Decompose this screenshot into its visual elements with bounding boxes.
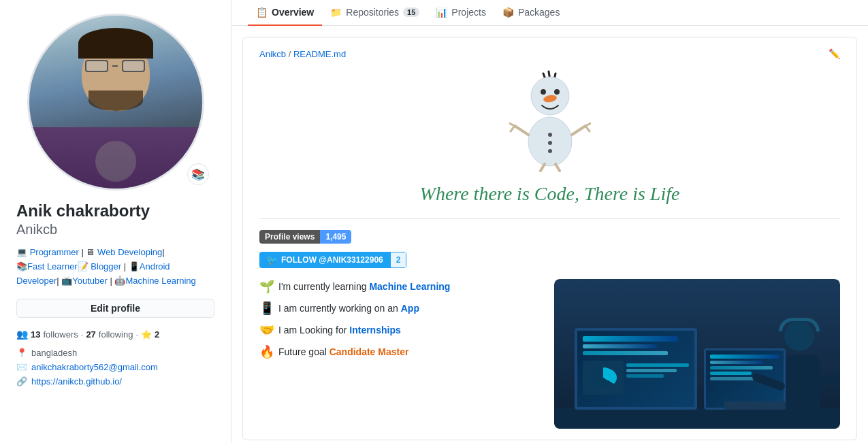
views-count: 1,495 [320,230,351,244]
user-handle: Anikcb [16,222,214,237]
snowman-illustration [259,70,840,172]
olaf-svg [509,70,591,172]
tab-repositories-label: Repositories [346,7,399,18]
website-item: 🔗 https://anikcb.github.io/ [16,376,214,387]
bullet-0-highlight: Machine Learning [369,281,450,292]
svg-line-13 [509,123,515,126]
svg-line-11 [515,126,528,135]
sidebar: 📚 Anik chakraborty Anikcb 💻 Programmer |… [0,0,231,443]
user-display-name: Anik chakraborty [16,201,214,220]
stars-count-link[interactable]: 2 [155,329,159,340]
readme-header: Anikcb / README.md ✏️ [259,48,840,59]
bullet-item-3: 🔥 Future goal Candidate Master [259,344,554,359]
bullet-3-text: Future goal Candidate Master [278,346,408,357]
svg-point-10 [548,149,552,153]
link-icon: 🔗 [16,376,27,387]
website-link[interactable]: https://anikcb.github.io/ [31,376,122,387]
bullet-item-0: 🌱 I'm currently learning Machine Learnin… [259,279,554,294]
bullet-1-highlight: App [401,303,419,314]
packages-icon: 📦 [502,7,514,18]
readme-bullets-col: 🌱 I'm currently learning Machine Learnin… [259,279,554,366]
profile-nav: 📋 Overview 📁 Repositories 15 📊 Projects … [231,0,868,26]
bio-link-webdev[interactable]: Web Developing [97,247,162,257]
following-count-link[interactable]: 27 [86,329,95,340]
programmer-illustration [554,279,840,429]
twitter-follow-label: FOLLOW @ANIK33122906 [281,255,383,265]
email-link[interactable]: anikchakraborty562@gmail.com [31,362,158,372]
bullet-3-emoji: 🔥 [259,344,274,359]
main-content: 📋 Overview 📁 Repositories 15 📊 Projects … [231,0,868,443]
tab-repositories[interactable]: 📁 Repositories 15 [322,0,428,26]
bio-link-ml[interactable]: Machine Learning [125,276,195,286]
bullet-1-text: I am currently working on an App [278,303,419,314]
svg-point-4 [541,89,546,95]
avatar-status-badge: 📚 [187,163,209,185]
tab-packages[interactable]: 📦 Packages [494,0,568,26]
followers-count-link[interactable]: 13 [31,329,40,340]
twitter-follow-button[interactable]: 🐦 FOLLOW @ANIK33122906 [259,252,390,268]
programmer-illus-bg [554,279,840,429]
svg-line-17 [541,164,545,171]
bullet-0-text: I'm currently learning Machine Learning [278,281,450,292]
stars-icon: ⭐ [141,329,152,340]
bullet-2-highlight: Internships [349,325,400,335]
bullet-0-emoji: 🌱 [259,279,274,294]
following-label: following [99,329,133,340]
avatar-container: 📚 [16,14,214,191]
bullet-item-2: 🤝 I am Looking for Internships [259,323,554,338]
views-label: Profile views [259,230,320,244]
bullet-1-emoji: 📱 [259,301,274,316]
twitter-follow-count: 2 [390,252,407,268]
avatar [27,14,204,191]
overview-icon: 📋 [256,7,268,18]
bio-link-youtube[interactable]: Youtuber [72,276,108,286]
svg-point-9 [548,141,552,145]
tab-overview-label: Overview [272,7,314,18]
readme-path: Anikcb / README.md [259,49,346,59]
email-icon: ✉️ [16,362,27,372]
bio-link-blogger[interactable]: Blogger [91,261,121,272]
svg-point-5 [554,89,560,95]
stats-row: Profile views 1,495 [259,230,840,244]
follow-stats: 👥 13 followers · 27 following · ⭐ 2 [16,329,214,340]
bullet-item-1: 📱 I am currently working on an App [259,301,554,316]
bullet-list: 🌱 I'm currently learning Machine Learnin… [259,279,554,359]
profile-views-badge: Profile views 1,495 [259,230,351,244]
email-item: ✉️ anikchakraborty562@gmail.com [16,362,214,372]
meta-list: 📍 bangladesh ✉️ anikchakraborty562@gmail… [16,348,214,387]
followers-label: followers [43,329,78,340]
svg-line-14 [572,126,585,135]
followers-icon: 👥 [16,329,28,340]
twitter-follow-badge[interactable]: 🐦 FOLLOW @ANIK33122906 2 [259,252,406,268]
svg-line-18 [556,164,560,171]
repositories-badge: 15 [403,7,419,17]
bio-link-fastlearner[interactable]: Fast Learner [27,261,78,272]
readme-path-file-link[interactable]: README.md [293,49,346,59]
location-icon: 📍 [16,348,27,358]
svg-line-16 [585,123,591,126]
svg-point-8 [548,133,552,137]
readme-bottom: 🌱 I'm currently learning Machine Learnin… [259,279,840,429]
readme-path-user-link[interactable]: Anikcb [259,49,286,59]
tab-projects-label: Projects [451,7,486,18]
tagline: Where there is Code, There is Life [259,183,840,205]
user-bio: 💻 Programmer | 🖥 Web Developing|📚Fast Le… [16,246,214,288]
bio-link-programmer[interactable]: Programmer [30,247,79,257]
readme-divider [259,218,840,219]
location-item: 📍 bangladesh [16,348,214,358]
projects-icon: 📊 [436,7,447,18]
tab-packages-label: Packages [518,7,560,18]
edit-profile-button[interactable]: Edit profile [16,299,214,318]
bullet-2-emoji: 🤝 [259,323,274,338]
edit-icon[interactable]: ✏️ [829,48,840,59]
repositories-icon: 📁 [330,7,342,18]
twitter-icon: 🐦 [266,255,278,265]
tab-projects[interactable]: 📊 Projects [428,0,494,26]
location-text: bangladesh [31,348,77,358]
bullet-3-highlight: Candidate Master [329,346,409,357]
bullet-2-text: I am Looking for Internships [278,325,401,335]
readme-card: Anikcb / README.md ✏️ [242,37,857,440]
tab-overview[interactable]: 📋 Overview [248,0,322,26]
